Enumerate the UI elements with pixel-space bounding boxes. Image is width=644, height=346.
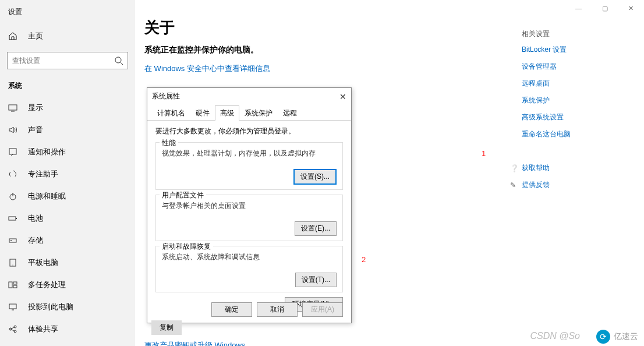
user-profile-title: 用户配置文件	[160, 190, 206, 200]
nav-display[interactable]: 显示	[0, 97, 135, 119]
startup-desc: 系统启动、系统故障和调试信息	[162, 252, 337, 262]
tablet-icon	[8, 258, 17, 267]
nav-focus[interactable]: 专注助手	[0, 163, 135, 185]
minimize-button[interactable]: —	[565, 0, 592, 16]
svg-rect-16	[13, 285, 17, 288]
copy-button[interactable]: 复制	[151, 320, 182, 335]
user-profile-settings-button[interactable]: 设置(E)...	[295, 221, 337, 236]
svg-rect-14	[9, 282, 12, 288]
related-heading: 相关设置	[522, 29, 592, 39]
search-box	[7, 52, 128, 69]
nav-storage[interactable]: 存储	[0, 230, 135, 252]
link-remote-desktop[interactable]: 远程桌面	[522, 79, 592, 89]
svg-line-1	[121, 62, 123, 65]
svg-rect-4	[9, 149, 16, 154]
get-help-link[interactable]: ❔获取帮助	[510, 163, 592, 173]
notifications-icon	[8, 147, 17, 157]
nav-notifications[interactable]: 通知和操作	[0, 141, 135, 163]
storage-icon	[8, 236, 17, 245]
tab-advanced[interactable]: 高级	[215, 105, 239, 121]
feedback-link[interactable]: ✎提供反馈	[510, 180, 592, 190]
link-system-protection[interactable]: 系统保护	[522, 96, 592, 105]
nav-multitask[interactable]: 多任务处理	[0, 274, 135, 296]
home-button[interactable]: 主页	[0, 25, 135, 47]
performance-desc: 视觉效果，处理器计划，内存使用，以及虚拟内存	[162, 149, 337, 158]
shared-icon	[8, 324, 17, 334]
nav-clipboard[interactable]: 剪贴板	[0, 340, 135, 346]
app-title: 设置	[0, 5, 135, 25]
feedback-icon: ✎	[510, 181, 522, 189]
dialog-tabs: 计算机名 硬件 高级 系统保护 远程	[147, 105, 351, 121]
battery-icon	[8, 214, 17, 223]
performance-title: 性能	[160, 138, 178, 148]
startup-title: 启动和故障恢复	[160, 242, 213, 252]
focus-icon	[8, 170, 17, 179]
annotation-1-label: 1	[482, 149, 486, 158]
svg-rect-15	[13, 282, 17, 284]
apply-button[interactable]: 应用(A)	[302, 302, 343, 317]
cancel-button[interactable]: 取消	[257, 302, 298, 317]
dialog-title: 系统属性	[152, 91, 180, 101]
search-icon	[114, 56, 123, 68]
startup-settings-button[interactable]: 设置(T)...	[295, 273, 337, 287]
brand-logo-icon: ⟳	[596, 330, 610, 344]
svg-rect-9	[16, 218, 17, 219]
link-rename-pc[interactable]: 重命名这台电脑	[522, 129, 592, 139]
nav-power[interactable]: 电源和睡眠	[0, 185, 135, 207]
ok-button[interactable]: 确定	[211, 302, 252, 317]
tab-computer-name[interactable]: 计算机名	[152, 105, 190, 121]
category-label: 系统	[0, 77, 135, 97]
multitask-icon	[8, 280, 17, 289]
nav-sound[interactable]: 声音	[0, 119, 135, 141]
close-button[interactable]: ✕	[618, 0, 644, 16]
link-device-manager[interactable]: 设备管理器	[522, 62, 592, 72]
nav-tablet[interactable]: 平板电脑	[0, 252, 135, 274]
svg-rect-17	[9, 304, 16, 309]
help-links: ❔获取帮助 ✎提供反馈	[510, 163, 592, 197]
power-icon	[8, 192, 17, 201]
performance-group: 性能 视觉效果，处理器计划，内存使用，以及虚拟内存 设置(S)...	[155, 142, 343, 190]
admin-notice: 要进行大多数更改，你必须作为管理员登录。	[155, 126, 343, 136]
svg-rect-2	[9, 105, 17, 110]
upgrade-link[interactable]: 更改产品密钥或升级 Windows	[144, 340, 245, 346]
svg-rect-10	[9, 239, 16, 242]
user-profile-group: 用户配置文件 与登录帐户相关的桌面设置 设置(E)...	[155, 195, 343, 241]
svg-point-11	[10, 240, 12, 241]
maximize-button[interactable]: ▢	[592, 0, 618, 16]
svg-point-0	[115, 57, 121, 63]
csdn-watermark: CSDN @So	[530, 331, 580, 341]
user-profile-desc: 与登录帐户相关的桌面设置	[162, 201, 337, 211]
nav-battery[interactable]: 电池	[0, 207, 135, 230]
link-advanced-system[interactable]: 高级系统设置	[522, 112, 592, 122]
project-icon	[8, 302, 17, 312]
svg-point-13	[13, 265, 13, 266]
sidebar: 设置 主页 系统 显示 声音 通知和操作 专注助手 电源和睡眠 电池 存储 平板…	[0, 0, 135, 346]
help-icon: ❔	[510, 164, 522, 172]
brand-watermark: ⟳ 亿速云	[596, 330, 638, 344]
home-label: 主页	[28, 31, 43, 41]
search-input[interactable]	[7, 52, 128, 69]
sound-icon	[8, 125, 17, 135]
tab-remote[interactable]: 远程	[278, 105, 302, 121]
tab-hardware[interactable]: 硬件	[190, 105, 215, 121]
annotation-2-label: 2	[362, 255, 366, 264]
nav-project[interactable]: 投影到此电脑	[0, 296, 135, 318]
system-properties-dialog: 系统属性 ✕ 计算机名 硬件 高级 系统保护 远程 要进行大多数更改，你必须作为…	[147, 87, 352, 323]
tab-system-protect[interactable]: 系统保护	[239, 105, 278, 121]
nav-shared[interactable]: 体验共享	[0, 318, 135, 340]
home-icon	[8, 31, 17, 41]
performance-settings-button[interactable]: 设置(S)...	[293, 169, 337, 185]
related-settings: 相关设置 BitLocker 设置 设备管理器 远程桌面 系统保护 高级系统设置…	[522, 29, 592, 146]
svg-rect-8	[9, 217, 16, 220]
startup-group: 启动和故障恢复 系统启动、系统故障和调试信息 设置(T)...	[155, 246, 343, 292]
dialog-close-button[interactable]: ✕	[339, 92, 346, 101]
display-icon	[8, 103, 17, 112]
link-bitlocker[interactable]: BitLocker 设置	[522, 45, 592, 55]
